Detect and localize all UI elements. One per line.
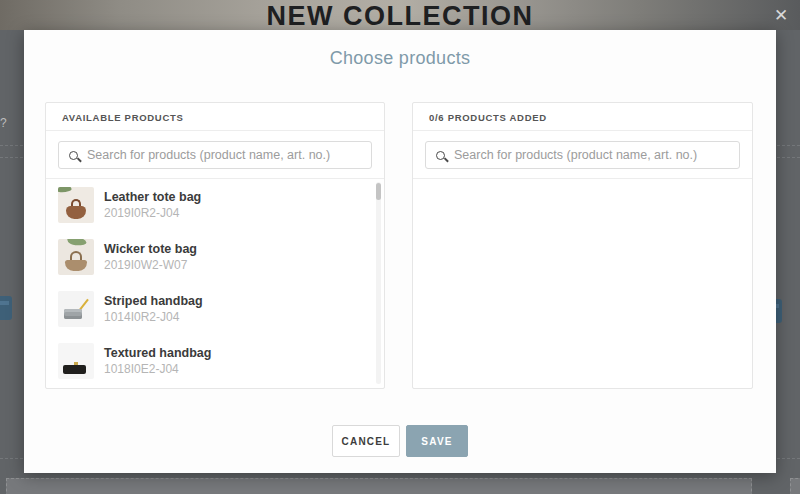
modal-footer: CANCEL SAVE [24, 425, 776, 457]
product-name: Striped handbag [104, 294, 203, 308]
product-sku: 2019I0R2-J04 [104, 206, 201, 220]
background-help-glyph: ? [0, 116, 7, 130]
background-product-icon [0, 296, 12, 320]
palm-leaf-icon [67, 239, 86, 248]
search-icon [69, 151, 78, 160]
added-products-list [413, 179, 752, 387]
modal-title: Choose products [24, 48, 776, 69]
product-thumbnail [58, 239, 94, 275]
page: NEW COLLECTION ? ✕ Choose products AVAIL… [0, 0, 800, 494]
available-search-box [58, 141, 372, 169]
cancel-button[interactable]: CANCEL [332, 425, 400, 457]
product-name: Textured handbag [104, 346, 211, 360]
available-search-area [46, 131, 384, 179]
product-row[interactable]: Leather tote bag 2019I0R2-J04 [46, 179, 384, 231]
product-name: Wicker tote bag [104, 242, 197, 256]
bag-icon [63, 365, 86, 374]
save-button[interactable]: SAVE [406, 425, 468, 457]
product-sku: 1018I0E2-J04 [104, 362, 211, 376]
available-products-header: AVAILABLE PRODUCTS [46, 103, 384, 131]
product-thumbnail [58, 343, 94, 379]
bag-icon [65, 260, 87, 271]
available-products-list: Leather tote bag 2019I0R2-J04 Wicker tot… [46, 179, 384, 387]
scrollbar-thumb[interactable] [376, 183, 381, 200]
added-products-header: 0/6 PRODUCTS ADDED [413, 103, 752, 131]
product-row[interactable]: Wicker tote bag 2019I0W2-W07 [46, 231, 384, 283]
product-thumbnail [58, 291, 94, 327]
palm-leaf-icon [58, 187, 72, 195]
background-card [6, 478, 752, 494]
background-page-title: NEW COLLECTION [0, 0, 800, 32]
product-name: Leather tote bag [104, 190, 201, 204]
added-search-area [413, 131, 752, 179]
close-icon[interactable]: ✕ [770, 5, 792, 27]
available-products-panel: AVAILABLE PRODUCTS Leather tote bag [45, 102, 385, 389]
search-icon [436, 151, 445, 160]
available-search-input[interactable] [87, 148, 361, 162]
bag-icon [64, 309, 82, 319]
background-card [790, 478, 800, 494]
product-sku: 2019I0W2-W07 [104, 258, 197, 272]
bag-icon [66, 206, 86, 219]
added-products-panel: 0/6 PRODUCTS ADDED [412, 102, 753, 389]
product-sku: 1014I0R2-J04 [104, 310, 203, 324]
product-row[interactable]: Striped handbag 1014I0R2-J04 [46, 283, 384, 335]
choose-products-modal: Choose products AVAILABLE PRODUCTS [24, 30, 776, 473]
scrollbar[interactable] [376, 182, 381, 384]
added-search-box [425, 141, 740, 169]
product-row[interactable]: Textured handbag 1018I0E2-J04 [46, 335, 384, 387]
product-thumbnail [58, 187, 94, 223]
background-hero: NEW COLLECTION [0, 0, 800, 30]
added-search-input[interactable] [454, 148, 729, 162]
